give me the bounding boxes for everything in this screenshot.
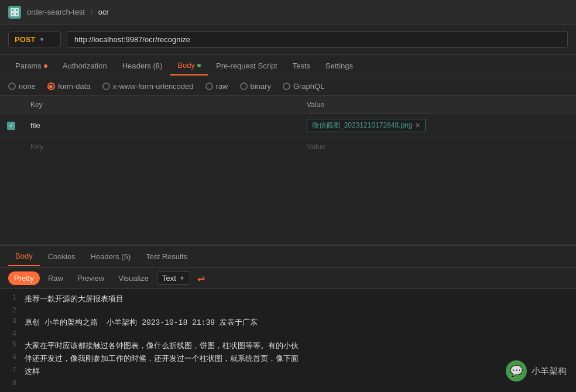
resp-tab-body[interactable]: Body [8, 247, 40, 266]
watermark-emoji: 💬 [510, 365, 523, 377]
tab-tests[interactable]: Tests [286, 57, 317, 75]
placeholder-key[interactable]: Key [23, 137, 300, 156]
method-arrow-icon: ▼ [39, 36, 44, 43]
radio-none[interactable]: none [8, 82, 36, 91]
radio-binary[interactable]: binary [240, 82, 271, 91]
code-line: 8 [0, 378, 576, 388]
radio-none-circle [8, 82, 16, 90]
radio-raw[interactable]: raw [205, 82, 228, 91]
svg-rect-0 [11, 9, 14, 12]
line-number: 7 [0, 366, 25, 374]
row-1-checkbox[interactable] [7, 122, 15, 130]
response-tabs: Body Cookies Headers (5) Test Results [0, 246, 576, 268]
line-content: 伴还开发过，像我刚参加工作的时候，还开发过一个柱状图，就系统首页，像下面 [25, 353, 299, 364]
wrap-icon[interactable]: ⇌ [197, 273, 205, 284]
line-number: 5 [0, 341, 25, 349]
code-output: 1推荐一款开源的大屏报表项目23原创 小羊的架构之路 小羊架构 2023-10-… [0, 289, 576, 392]
fmt-raw-button[interactable]: Raw [42, 271, 69, 285]
code-line: 6伴还开发过，像我刚参加工作的时候，还开发过一个柱状图，就系统首页，像下面 [0, 352, 576, 365]
file-chip: 微信截图_20231210172648.png ✕ [307, 119, 426, 132]
th-key: Key [23, 96, 300, 114]
fmt-visualize-button[interactable]: Visualize [112, 271, 155, 285]
code-line: 7这样 [0, 365, 576, 378]
code-line: 1推荐一款开源的大屏报表项目 [0, 293, 576, 305]
file-name: 微信截图_20231210172648.png [312, 121, 412, 130]
fmt-pretty-button[interactable]: Pretty [8, 271, 40, 285]
top-bar: order-search-test / ocr [0, 0, 576, 25]
row-1-value: 微信截图_20231210172648.png ✕ [300, 114, 576, 137]
table-row: file 微信截图_20231210172648.png ✕ [0, 114, 576, 137]
table-row-placeholder: Key Value [0, 137, 576, 156]
watermark-text: 小羊架构 [532, 366, 567, 377]
response-section: Body Cookies Headers (5) Test Results Pr… [0, 245, 576, 392]
watermark: 💬 小羊架构 [506, 360, 567, 381]
placeholder-value[interactable]: Value [300, 137, 576, 156]
line-number: 6 [0, 353, 25, 362]
code-line: 3原创 小羊的架构之路 小羊架构 2023-10-18 21:39 发表于广东 [0, 316, 576, 329]
code-line: 4 [0, 329, 576, 339]
radio-graphql[interactable]: GraphQL [283, 82, 324, 91]
svg-rect-3 [15, 13, 18, 16]
response-format-bar: Pretty Raw Preview Visualize Text ▼ ⇌ [0, 268, 576, 289]
empty-space [0, 156, 576, 245]
breadcrumb-current[interactable]: ocr [98, 8, 109, 16]
th-check [0, 96, 23, 114]
line-number: 4 [0, 330, 25, 338]
line-content: 推荐一款开源的大屏报表项目 [25, 294, 124, 304]
tab-authorization[interactable]: Authorization [56, 57, 114, 75]
line-content: 大家在平时应该都接触过各钟图表，像什么折线图，饼图，柱状图等等。有的小伙 [25, 341, 299, 351]
resp-tab-headers[interactable]: Headers (5) [84, 247, 138, 266]
request-tabs: Params Authorization Headers (8) Body Pr… [0, 55, 576, 77]
row-checkbox-cell [0, 117, 23, 135]
line-number: 2 [0, 307, 25, 315]
fmt-preview-button[interactable]: Preview [71, 271, 110, 285]
line-content: 原创 小羊的架构之路 小羊架构 2023-10-18 21:39 发表于广东 [25, 317, 258, 328]
url-bar: POST ▼ Send [0, 25, 576, 55]
placeholder-check [0, 142, 23, 152]
body-type-selector: none form-data x-www-form-urlencoded raw… [0, 77, 576, 96]
format-select-arrow-icon: ▼ [179, 275, 185, 281]
line-number: 1 [0, 294, 25, 302]
body-dot [197, 64, 201, 67]
th-value: Value [300, 96, 576, 114]
radio-graphql-circle [283, 82, 290, 90]
line-content: 这样 [25, 366, 40, 377]
file-remove-icon[interactable]: ✕ [415, 122, 420, 129]
method-select[interactable]: POST ▼ [8, 32, 61, 47]
code-line: 5大家在平时应该都接触过各钟图表，像什么折线图，饼图，柱状图等等。有的小伙 [0, 339, 576, 352]
tab-body[interactable]: Body [170, 56, 208, 75]
radio-x-www-form-urlencoded[interactable]: x-www-form-urlencoded [102, 82, 194, 91]
tab-params[interactable]: Params [8, 57, 54, 75]
method-label: POST [15, 35, 35, 44]
url-input[interactable] [67, 31, 568, 48]
breadcrumb-project[interactable]: order-search-test [27, 8, 85, 16]
breadcrumb: order-search-test / ocr [27, 8, 109, 16]
radio-form-data[interactable]: form-data [47, 82, 91, 91]
radio-urlencoded-circle [102, 82, 110, 90]
radio-form-data-circle [47, 82, 55, 90]
params-dot [44, 64, 47, 68]
format-type-select[interactable]: Text ▼ [157, 271, 190, 285]
form-data-table-header: Key Value [0, 96, 576, 114]
code-line: 2 [0, 305, 576, 316]
line-number: 8 [0, 379, 25, 387]
radio-binary-circle [240, 82, 248, 90]
tab-pre-request[interactable]: Pre-request Script [209, 57, 284, 75]
resp-tab-cookies[interactable]: Cookies [41, 247, 83, 266]
app-icon [8, 6, 21, 19]
resp-tab-test-results[interactable]: Test Results [139, 247, 194, 266]
tab-headers[interactable]: Headers (8) [115, 57, 170, 75]
svg-rect-1 [15, 9, 18, 12]
tab-settings[interactable]: Settings [318, 57, 360, 75]
watermark-icon: 💬 [506, 360, 527, 381]
svg-rect-2 [11, 13, 14, 16]
breadcrumb-separator: / [91, 8, 93, 16]
radio-raw-circle [205, 82, 213, 90]
row-1-key[interactable]: file [23, 116, 300, 135]
line-number: 3 [0, 317, 25, 325]
